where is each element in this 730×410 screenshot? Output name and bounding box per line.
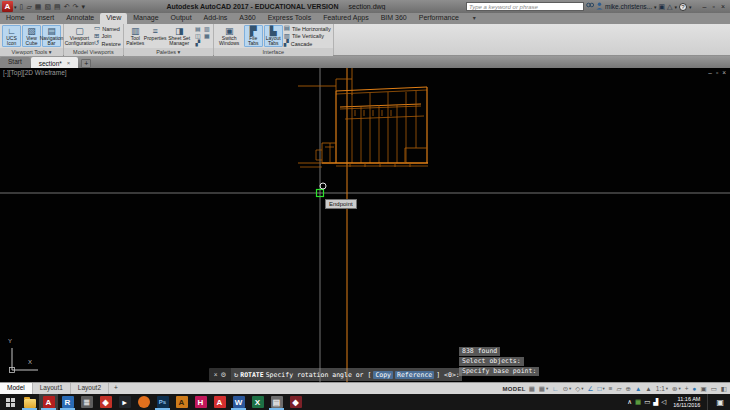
switch-windows-button[interactable]: ▣ Switch Windows bbox=[216, 25, 243, 47]
selection-cycling-toggle[interactable]: ⊕ bbox=[625, 384, 630, 394]
taskbar-app-word[interactable]: W bbox=[229, 394, 248, 410]
object-snap-toggle[interactable]: □▾ bbox=[597, 384, 604, 394]
drawing-restore-icon[interactable]: ▫ bbox=[716, 69, 718, 76]
taskbar-app-maroon-app[interactable]: ◆ bbox=[286, 394, 305, 410]
panel-label-palettes[interactable]: Palettes ▾ bbox=[124, 48, 213, 56]
properties-button[interactable]: ≡ Properties bbox=[146, 25, 165, 47]
taskbar-app-firefox[interactable] bbox=[134, 394, 153, 410]
app-menu-chevron-icon[interactable]: ▾ bbox=[14, 4, 17, 10]
ribbon-tab-annotate[interactable]: Annotate bbox=[60, 13, 100, 24]
palette-mini-icon[interactable]: ▞ bbox=[194, 40, 202, 46]
isometric-drafting-toggle[interactable]: ◇▾ bbox=[575, 384, 583, 394]
security-icon[interactable]: ▦ bbox=[635, 398, 641, 406]
view-cube-button[interactable]: ▧ View Cube bbox=[22, 25, 41, 47]
taskbar-app-adobe-orange-app[interactable]: A bbox=[172, 394, 191, 410]
file-tabs-button[interactable]: ▛ File Tabs bbox=[244, 25, 263, 47]
file-tab-start[interactable]: Start bbox=[0, 57, 30, 68]
cascade-button[interactable]: ▞ Cascade bbox=[284, 40, 331, 47]
autoscale-toggle[interactable]: ▲ bbox=[645, 384, 651, 394]
a360-icon[interactable]: ▣ bbox=[658, 3, 665, 11]
ribbon-tab-output[interactable]: Output bbox=[165, 13, 198, 24]
lineweight-toggle[interactable]: ≡ bbox=[609, 384, 613, 394]
tool-palettes-button[interactable]: ▥ Tool Palettes bbox=[126, 25, 145, 47]
network-icon[interactable]: ▟ bbox=[653, 398, 658, 406]
ribbon-tab-manage[interactable]: Manage bbox=[127, 13, 164, 24]
taskbar-app-gray-app[interactable]: ▤ bbox=[267, 394, 286, 410]
ortho-mode-toggle[interactable]: ∟ bbox=[552, 384, 558, 394]
taskbar-app-photoshop[interactable]: Ps bbox=[153, 394, 172, 410]
command-line[interactable]: × ⚙ ↻ ROTATE Specify rotation angle or [… bbox=[209, 368, 462, 381]
workspace-switching-chevron-icon[interactable]: ▾ bbox=[679, 384, 681, 394]
minimize-button[interactable]: – bbox=[703, 3, 707, 10]
viewport-controls[interactable]: [-][Top][2D Wireframe] bbox=[3, 69, 67, 76]
annotation-visibility-toggle[interactable]: ▲ bbox=[635, 384, 641, 394]
ribbon-tab-express-tools[interactable]: Express Tools bbox=[262, 13, 317, 24]
new-layout-button[interactable]: + bbox=[109, 383, 123, 394]
taskbar-app-list-app[interactable]: ≣ bbox=[77, 394, 96, 410]
volume-icon[interactable]: ◁ bbox=[661, 398, 666, 406]
autodesk-app-store-icon[interactable]: △ bbox=[667, 3, 672, 11]
model-space-canvas[interactable]: [-][Top][2D Wireframe] – ▫ × Endpoint 83… bbox=[0, 68, 730, 382]
drawing-minimize-icon[interactable]: – bbox=[708, 69, 712, 76]
command-prompt[interactable]: ↻ ROTATE Specify rotation angle or [ Cop… bbox=[231, 368, 462, 381]
model-space-indicator[interactable]: MODEL bbox=[503, 386, 526, 392]
option-copy[interactable]: Copy bbox=[373, 371, 393, 379]
file-tab-section[interactable]: section* × bbox=[31, 57, 79, 68]
layout-tabs-button[interactable]: ▙ Layout Tabs bbox=[264, 25, 283, 47]
snap-mode-toggle[interactable]: ▦▾ bbox=[539, 384, 548, 394]
search-input[interactable] bbox=[466, 2, 584, 11]
new-icon[interactable]: ▯ bbox=[19, 3, 25, 11]
ribbon-tab-add-ins[interactable]: Add-ins bbox=[198, 13, 234, 24]
ribbon-tab-bim-360[interactable]: BIM 360 bbox=[375, 13, 413, 24]
sheet-set-manager-button[interactable]: ◨ Sheet Set Manager bbox=[166, 25, 193, 47]
osnap-tracking-toggle[interactable]: ∠ bbox=[588, 384, 594, 394]
command-customize-icon[interactable]: ⚙ bbox=[220, 371, 226, 379]
object-snap-chevron-icon[interactable]: ▾ bbox=[602, 384, 604, 394]
file-tab-close-icon[interactable]: × bbox=[67, 60, 71, 66]
ribbon-tab-insert[interactable]: Insert bbox=[31, 13, 61, 24]
ribbon-tab-view[interactable]: View bbox=[100, 13, 127, 24]
ribbon-minimize-chevron-icon[interactable]: ▾ bbox=[469, 13, 480, 24]
panel-label-viewport-tools[interactable]: Viewport Tools ▾ bbox=[0, 48, 63, 56]
layout-tab-layout1[interactable]: Layout1 bbox=[33, 383, 71, 394]
isometric-drafting-chevron-icon[interactable]: ▾ bbox=[581, 384, 583, 394]
ribbon-tab-featured-apps[interactable]: Featured Apps bbox=[317, 13, 375, 24]
layout-tab-layout2[interactable]: Layout2 bbox=[71, 383, 109, 394]
action-center-icon[interactable]: ▣ bbox=[712, 398, 728, 407]
autocad-logo-icon[interactable]: A bbox=[2, 1, 13, 12]
annotation-monitor-toggle[interactable]: + bbox=[685, 384, 689, 394]
graphics-performance-toggle[interactable]: ● bbox=[693, 384, 697, 394]
close-button[interactable]: × bbox=[721, 3, 725, 10]
display-icon[interactable]: ▭ bbox=[644, 398, 650, 406]
taskbar-app-red-app[interactable]: ◈ bbox=[96, 394, 115, 410]
apps-chevron-icon[interactable]: ▾ bbox=[674, 4, 677, 10]
navigation-bar-button[interactable]: ▤ Navigation Bar bbox=[42, 25, 61, 47]
taskbar-app-autocad[interactable]: A bbox=[39, 394, 58, 410]
restore-button[interactable]: ▫ bbox=[712, 3, 714, 10]
grid-display-toggle[interactable]: ▦ bbox=[529, 384, 535, 394]
polar-tracking-chevron-icon[interactable]: ▾ bbox=[569, 384, 571, 394]
plot-icon[interactable]: ▤ bbox=[53, 3, 62, 11]
help-icon[interactable]: ? bbox=[679, 3, 687, 11]
workspace-switching-toggle[interactable]: ⊛▾ bbox=[672, 384, 681, 394]
transparency-toggle[interactable]: ▱ bbox=[616, 384, 621, 394]
tile-vertically-button[interactable]: ▥ Tile Vertically bbox=[284, 33, 331, 40]
save-icon[interactable]: ▦ bbox=[34, 3, 43, 11]
ribbon-tab-home[interactable]: Home bbox=[0, 13, 31, 24]
polar-tracking-toggle[interactable]: ⊙▾ bbox=[563, 384, 572, 394]
command-close-icon[interactable]: × bbox=[214, 371, 218, 378]
palette-mini-icon[interactable]: ▥ bbox=[203, 26, 211, 32]
saveas-icon[interactable]: ▧ bbox=[43, 3, 52, 11]
ribbon-tab-performance[interactable]: Performance bbox=[413, 13, 465, 24]
new-drawing-tab-button[interactable]: + bbox=[81, 59, 91, 68]
taskbar-app-pink-app[interactable]: H bbox=[191, 394, 210, 410]
taskbar-app-bird-app[interactable]: ▸ bbox=[115, 394, 134, 410]
user-menu-chevron-icon[interactable]: ▾ bbox=[654, 4, 657, 10]
undo-icon[interactable]: ↶ bbox=[63, 3, 71, 11]
tile-horizontally-button[interactable]: ▤ Tile Horizontally bbox=[284, 25, 331, 32]
show-desktop-divider[interactable] bbox=[707, 394, 708, 410]
hidden-icons-icon[interactable]: ∧ bbox=[627, 398, 632, 406]
option-reference[interactable]: Reference bbox=[395, 371, 434, 379]
help-chevron-icon[interactable]: ▾ bbox=[689, 4, 692, 10]
isolate-objects-toggle[interactable]: ▣ bbox=[701, 384, 707, 394]
